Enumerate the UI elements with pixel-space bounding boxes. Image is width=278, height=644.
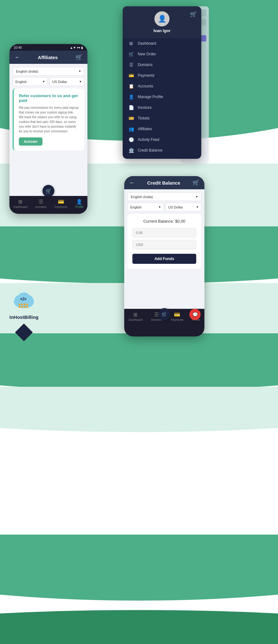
logo-section: </> InHostBilling	[9, 286, 39, 339]
activate-button[interactable]: Activate	[19, 137, 42, 146]
nav-item-dashboard[interactable]: ⊞ Dashboard	[14, 199, 27, 208]
wave-lower2-bg	[0, 387, 278, 443]
currency-input[interactable]	[132, 240, 196, 249]
status-icons: ▲▼ ▾▾ ▮	[70, 46, 83, 49]
credit-language-india-value: English (India)	[131, 195, 153, 199]
domains-icon: ☰	[128, 62, 134, 67]
chevron-currency-icon: ▾	[80, 80, 81, 84]
drawer-item-affiliates[interactable]: 👥 Affiliates	[123, 124, 201, 134]
svg-point-10	[21, 306, 23, 308]
language-india-selector[interactable]: English (India) ▾	[13, 67, 84, 75]
logo-name: InHostBilling	[9, 314, 39, 320]
drawer-menu: 🛒 👤 Ivan Igor ⊞ Dashboard 🛒 New Order ☰ …	[123, 6, 201, 159]
credit-back-icon[interactable]: ←	[129, 180, 135, 186]
svg-point-7	[24, 303, 25, 305]
drawer-item-activity-feed[interactable]: 🕐 Activity Feed	[123, 134, 201, 145]
svg-point-8	[26, 303, 28, 305]
manage-profile-icon: 👤	[128, 94, 134, 99]
svg-point-6	[21, 303, 23, 305]
nav-item-profile[interactable]: 👤 Profile	[75, 199, 84, 208]
currency-selector[interactable]: US Dollar ▾	[49, 77, 84, 86]
drawer-item-payments[interactable]: 💳 Payments	[123, 70, 201, 81]
credit-balance-icon: 🏦	[128, 148, 134, 153]
add-funds-button[interactable]: Add Funds	[132, 254, 196, 264]
drawer-item-label-affiliates: Affiliates	[138, 127, 152, 131]
lang-currency-row: English ▾ US Dollar ▾	[13, 77, 84, 86]
affiliate-card-heading: Refer customers to us and get paid	[19, 93, 79, 103]
invoices-icon: 📄	[128, 105, 134, 110]
credit-chevron-currency-icon: ▾	[197, 205, 198, 209]
fab-red-icon: 💬	[192, 312, 198, 317]
drawer-item-credit-balance[interactable]: 🏦 Credit Balance	[123, 145, 201, 156]
credit-nav-title: Credit Balance	[135, 180, 192, 186]
credit-nav-bar: ← Credit Balance 🛒	[124, 176, 204, 189]
domains-icon: ☰	[39, 199, 43, 205]
credit-cart-icon[interactable]: 🛒	[192, 179, 199, 186]
language-selector[interactable]: English ▾	[13, 77, 47, 86]
wifi-icon: ▾▾	[77, 46, 80, 49]
credit-lang-currency-row: English ▾ US Dollar ▾	[127, 203, 201, 211]
chevron-down-icon: ▾	[79, 69, 81, 73]
svg-text:</>: </>	[20, 297, 26, 302]
svg-point-9	[19, 306, 20, 308]
nav-label-profile: Profile	[75, 205, 84, 208]
drawer-item-new-order[interactable]: 🛒 New Order	[123, 49, 201, 59]
nav-label-payments: Payments	[55, 205, 67, 208]
credit-language-selector[interactable]: English ▾	[127, 203, 164, 211]
nav-item-payments[interactable]: 💳 Payments	[55, 199, 67, 208]
avatar-icon: 👤	[158, 15, 166, 23]
drawer-item-invoices[interactable]: 📄 Invoices	[123, 102, 201, 113]
svg-point-11	[24, 306, 25, 308]
drawer-item-label-activity-feed: Activity Feed	[138, 137, 159, 142]
drawer-item-tickets[interactable]: 🎫 Tickets	[123, 113, 201, 124]
credit-fab-button[interactable]: 🛒	[158, 308, 170, 320]
credit-chevron-lang-icon: ▾	[159, 205, 161, 209]
bottom-nav: ⊞ Dashboard ☰ Domains 💳 Payments 👤 Profi…	[9, 196, 87, 212]
payments-icon: 💳	[58, 199, 64, 205]
cart-icon[interactable]: 🛒	[75, 54, 82, 61]
balance-label: Current Balance: $0.00	[132, 219, 196, 224]
status-bar: 10:40 ▲▼ ▾▾ ▮	[9, 44, 87, 51]
activity-feed-icon: 🕐	[128, 137, 134, 142]
fab-red-button[interactable]: 💬	[189, 309, 201, 320]
affiliates-phone: 10:40 ▲▼ ▾▾ ▮ ← Affiliates 🛒 English (In…	[9, 44, 87, 214]
battery-icon: ▮	[81, 46, 83, 49]
drawer-item-domains[interactable]: ☰ Domains	[123, 59, 201, 70]
back-icon[interactable]: ←	[14, 54, 20, 61]
profile-icon: 👤	[76, 199, 82, 205]
drawer-item-label-dashboard: Dashboard	[138, 41, 156, 46]
credit-currency-selector[interactable]: US Dollar ▾	[165, 203, 202, 211]
affiliates-nav-bar: ← Affiliates 🛒	[9, 51, 87, 64]
diamond-icon	[15, 324, 33, 341]
new-order-icon: 🛒	[128, 52, 134, 57]
currency-value: US Dollar	[52, 80, 67, 84]
app-logo-svg: </>	[11, 286, 36, 311]
drawer-item-label-tickets: Tickets	[138, 116, 150, 120]
fab-button[interactable]: 🛒	[42, 185, 54, 197]
credit-nav-payments[interactable]: 💳 Payments	[171, 312, 183, 321]
language-value: English	[15, 80, 27, 84]
fab-icon: 🛒	[45, 188, 52, 194]
avatar: 👤	[154, 11, 170, 26]
drawer-item-dashboard[interactable]: ⊞ Dashboard	[123, 38, 201, 49]
drawer-cart-icon[interactable]: 🛒	[190, 11, 197, 18]
credit-balance-phone: ← Credit Balance 🛒 English (India) ▾ Eng…	[124, 176, 204, 336]
signal-icon: ▲▼	[70, 46, 76, 49]
drawer-item-label-invoices: Invoices	[138, 105, 152, 110]
credit-language-india-selector[interactable]: English (India) ▾	[127, 192, 201, 201]
drawer-header: 👤 Ivan Igor	[123, 6, 201, 38]
chevron-lang-icon: ▾	[43, 80, 45, 84]
credit-nav-dashboard[interactable]: ⊞ Dashboard	[129, 312, 142, 321]
language-india-value: English (India)	[16, 69, 38, 73]
drawer-item-label-payments: Payments	[138, 73, 154, 78]
credit-payments-icon: 💳	[174, 312, 180, 318]
nav-item-domains[interactable]: ☰ Domains	[36, 199, 47, 208]
dashboard-icon: ⊞	[128, 41, 134, 46]
drawer-item-manage-profile[interactable]: 👤 Manage Profile	[123, 92, 201, 102]
accounts-icon: 📋	[128, 84, 134, 89]
drawer-item-accounts[interactable]: 📋 Accounts	[123, 81, 201, 92]
drawer-item-label-domains: Domains	[138, 63, 153, 67]
amount-input[interactable]	[132, 228, 196, 237]
svg-point-5	[19, 303, 20, 305]
drawer-username: Ivan Igor	[153, 28, 170, 33]
